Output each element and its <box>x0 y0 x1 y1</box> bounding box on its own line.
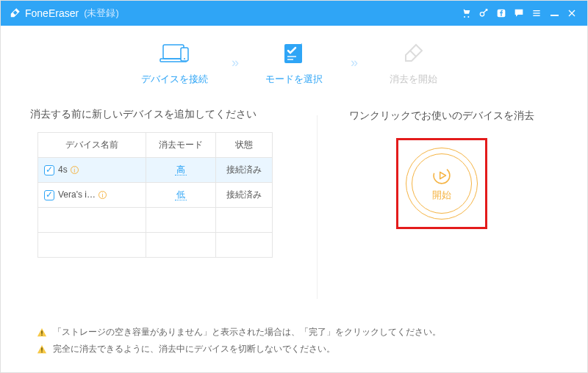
app-logo: FoneEraser (未登録) <box>8 7 119 20</box>
menu-icon[interactable] <box>528 5 545 21</box>
step-select-mode[interactable]: モードを選択 <box>254 39 334 86</box>
device-name: Vera's i… <box>58 189 96 200</box>
svg-rect-16 <box>41 351 42 352</box>
step-label: 消去を開始 <box>390 73 437 86</box>
svg-rect-4 <box>533 15 539 16</box>
svg-rect-13 <box>41 330 42 333</box>
device-table: デバイス名前 消去モード 状態 4si 高 接続済み Vera's i…i 低 … <box>37 132 273 258</box>
checkbox-icon[interactable] <box>44 165 54 175</box>
start-label: 開始 <box>432 189 451 202</box>
erase-mode-link[interactable]: 低 <box>175 189 187 200</box>
table-row <box>38 208 273 233</box>
panel-heading: 消去する前に新しいデバイスを追加してください <box>30 108 309 121</box>
device-list-panel: 消去する前に新しいデバイスを追加してください デバイス名前 消去モード 状態 4… <box>30 108 309 299</box>
svg-rect-3 <box>533 12 539 13</box>
devices-icon <box>159 40 191 67</box>
svg-rect-14 <box>41 334 42 335</box>
table-row[interactable]: 4si 高 接続済み <box>38 158 273 183</box>
col-header-name: デバイス名前 <box>38 133 146 158</box>
divider <box>317 115 318 299</box>
license-status: (未登録) <box>84 7 119 20</box>
step-label: デバイスを接続 <box>141 73 208 86</box>
highlight-annotation: 開始 <box>396 138 487 229</box>
device-status: 接続済み <box>216 158 273 183</box>
close-button[interactable] <box>564 5 580 21</box>
start-button[interactable]: 開始 <box>406 148 478 220</box>
device-status: 接続済み <box>216 183 273 208</box>
svg-rect-10 <box>287 56 296 57</box>
warning-text: 完全に消去できるように、消去中にデバイスを切断しないでください。 <box>53 343 335 355</box>
device-name: 4s <box>58 164 68 175</box>
panel-heading: ワンクリックでお使いのデバイスを消去 <box>334 108 549 123</box>
checklist-icon <box>281 40 307 67</box>
step-indicator: デバイスを接続 » モードを選択 » 消去を開始 <box>1 26 587 93</box>
app-name: FoneEraser <box>25 7 79 19</box>
svg-point-12 <box>431 165 452 186</box>
warning-text: 「ストレージの空き容量がありません」と表示された場合は、「完了」をクリックしてく… <box>53 326 441 338</box>
info-icon[interactable]: i <box>98 191 107 199</box>
svg-point-8 <box>184 58 185 59</box>
start-panel: ワンクリックでお使いのデバイスを消去 開始 <box>325 108 558 299</box>
svg-rect-11 <box>287 59 293 60</box>
chat-icon[interactable] <box>511 5 527 21</box>
step-label: モードを選択 <box>265 73 323 86</box>
facebook-icon[interactable] <box>493 5 509 21</box>
footer-warnings: 「ストレージの空き容量がありません」と表示された場合は、「完了」をクリックしてく… <box>37 326 441 360</box>
minimize-button[interactable] <box>546 5 562 21</box>
checkbox-icon[interactable] <box>44 190 54 200</box>
chevron-icon: » <box>351 55 356 70</box>
titlebar: FoneEraser (未登録) <box>1 1 587 26</box>
svg-point-0 <box>480 12 484 16</box>
cart-icon[interactable] <box>458 5 474 21</box>
step-start-erase: 消去を開始 <box>373 39 453 86</box>
warning-icon <box>37 344 47 355</box>
erase-mode-link[interactable]: 高 <box>175 164 187 175</box>
eraser-logo-icon <box>8 7 21 20</box>
table-row <box>38 233 273 258</box>
key-icon[interactable] <box>476 5 492 21</box>
warning-icon <box>37 327 47 338</box>
col-header-mode: 消去モード <box>146 133 215 158</box>
svg-rect-2 <box>533 10 539 11</box>
col-header-status: 状態 <box>216 133 273 158</box>
eraser-icon <box>400 40 426 67</box>
table-row[interactable]: Vera's i…i 低 接続済み <box>38 183 273 208</box>
play-icon <box>431 165 452 186</box>
chevron-icon: » <box>232 55 237 70</box>
svg-rect-15 <box>41 347 42 350</box>
info-icon[interactable]: i <box>71 166 79 174</box>
step-connect-device[interactable]: デバイスを接続 <box>135 39 215 86</box>
